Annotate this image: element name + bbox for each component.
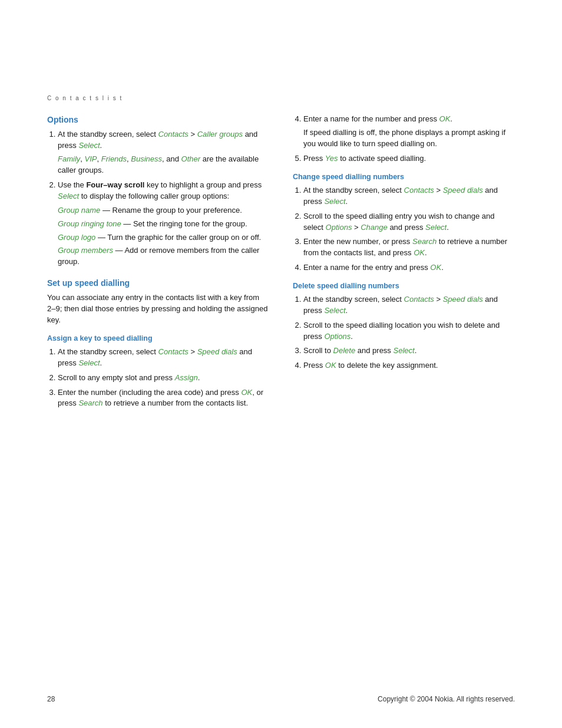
options-list: At the standby screen, select Contacts >… (47, 129, 269, 268)
speed-dials-link-2: Speed dials (443, 186, 483, 195)
speed-off-note: If speed dialling is off, the phone disp… (303, 127, 515, 150)
change-title: Change speed dialling numbers (293, 172, 515, 182)
vip-text: VIP (85, 154, 97, 163)
assign-link: Assign (175, 373, 198, 382)
group-ringing-tone-label: Group ringing tone (58, 219, 121, 228)
delete-link: Delete (333, 346, 356, 355)
four-way-scroll-text: Four–way scroll (86, 180, 144, 189)
change-item-4: Enter a name for the entry and press OK. (303, 262, 515, 274)
select-link-2: Select (58, 192, 79, 200)
right-item-5: Press Yes to activate speed dialling. (303, 153, 515, 164)
search-link-1: Search (78, 398, 103, 407)
change-item-1: At the standby screen, select Contacts >… (303, 185, 515, 207)
contacts-link: Contacts (158, 130, 189, 139)
footer: 28 Copyright © 2004 Nokia. All rights re… (47, 694, 515, 704)
other-text: Other (181, 154, 201, 163)
family-text: Family (58, 154, 80, 163)
group-members-label: Group members (58, 246, 113, 255)
speed-dials-link-3: Speed dials (443, 295, 483, 304)
business-text: Business (131, 154, 162, 163)
search-link-2: Search (412, 237, 437, 246)
right-column: Enter a name for the number and press OK… (293, 114, 515, 414)
options-link-1: Options (326, 223, 352, 232)
contacts-link-4: Contacts (404, 295, 434, 304)
page-number: 28 (47, 694, 55, 704)
assign-key-item-2: Scroll to any empty slot and press Assig… (58, 373, 269, 384)
assign-key-title: Assign a key to speed dialling (47, 333, 269, 344)
speed-dials-link-1: Speed dials (197, 347, 237, 356)
ok-link-5: OK (325, 361, 336, 370)
assign-key-item-3: Enter the number (including the area cod… (58, 387, 269, 410)
group-options: Group name — Rename the group to your pr… (58, 205, 269, 268)
ok-link-3: OK (414, 248, 425, 257)
delete-item-2: Scroll to the speed dialling location yo… (303, 320, 515, 342)
select-link-7: Select (393, 346, 414, 355)
delete-list: At the standby screen, select Contacts >… (293, 294, 515, 371)
left-column: Options At the standby screen, select Co… (47, 114, 269, 414)
caller-groups-note: Family, VIP, Friends, Business, and Othe… (58, 154, 269, 176)
select-link-3: Select (78, 358, 100, 367)
speed-dialling-title: Set up speed dialling (47, 277, 269, 289)
change-item-3: Enter the new number, or press Search to… (303, 236, 515, 259)
delete-item-1: At the standby screen, select Contacts >… (303, 294, 515, 317)
speed-dialling-intro: You can associate any entry in the conta… (47, 292, 269, 326)
select-link-4: Select (324, 197, 345, 206)
delete-item-3: Scroll to Delete and press Select. (303, 345, 515, 357)
options-item-1: At the standby screen, select Contacts >… (58, 129, 269, 176)
page: C o n t a c t s l i s t Options At the s… (0, 0, 562, 728)
change-link: Change (361, 223, 388, 232)
right-top-list: Enter a name for the number and press OK… (293, 114, 515, 164)
select-link-6: Select (324, 306, 345, 315)
caller-groups-link: Caller groups (197, 130, 243, 139)
delete-item-4: Press OK to delete the key assignment. (303, 360, 515, 371)
options-item-2: Use the Four–way scroll key to highlight… (58, 180, 269, 268)
copyright-text: Copyright © 2004 Nokia. All rights reser… (378, 694, 515, 704)
right-item-4: Enter a name for the number and press OK… (303, 114, 515, 150)
ok-link-4: OK (430, 263, 441, 272)
change-item-2: Scroll to the speed dialling entry you w… (303, 211, 515, 233)
delete-title: Delete speed dialling numbers (293, 281, 515, 291)
contacts-link-3: Contacts (404, 186, 434, 195)
select-link-5: Select (425, 223, 447, 232)
ok-link-1: OK (241, 388, 252, 397)
two-column-layout: Options At the standby screen, select Co… (47, 114, 515, 414)
page-label: C o n t a c t s l i s t (47, 94, 515, 103)
select-link-1: Select (78, 141, 100, 150)
yes-link: Yes (325, 154, 338, 163)
ok-link-2: OK (439, 114, 451, 123)
group-logo-label: Group logo (58, 233, 95, 242)
contacts-link-2: Contacts (158, 347, 189, 356)
assign-key-list: At the standby screen, select Contacts >… (47, 347, 269, 409)
options-title: Options (47, 114, 269, 126)
options-link-2: Options (324, 332, 351, 341)
friends-text: Friends (101, 154, 127, 163)
change-list: At the standby screen, select Contacts >… (293, 185, 515, 274)
group-name-label: Group name (58, 206, 100, 215)
assign-key-item-1: At the standby screen, select Contacts >… (58, 347, 269, 369)
